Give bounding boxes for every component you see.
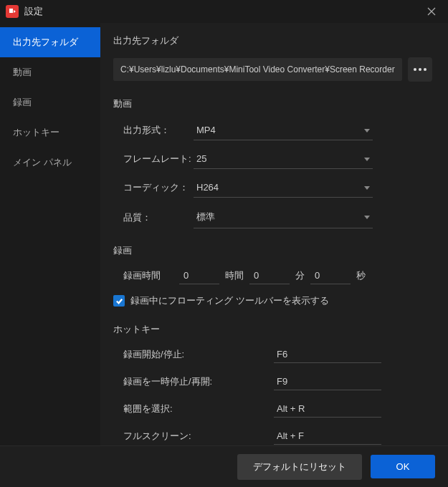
title-bar: 設定 [0, 0, 448, 23]
seconds-unit-label: 秒 [356, 269, 366, 282]
check-icon [115, 297, 123, 305]
output-format-label: 出力形式： [123, 124, 194, 137]
hotkey-pause-resume-field[interactable]: F9 [274, 373, 381, 390]
ellipsis-icon [414, 68, 426, 71]
show-floating-toolbar-label: 録画中にフローティング ツールバーを表示する [130, 294, 329, 307]
hotkey-select-region: 範囲を選択:Alt + R [113, 400, 432, 418]
quality-select[interactable]: 標準 [194, 206, 373, 228]
hotkey-list: 録画開始/停止:F6録画を一時停止/再開:F9範囲を選択:Alt + Rフルスク… [113, 346, 432, 445]
hotkey-pause-resume: 録画を一時停止/再開:F9 [113, 373, 432, 390]
hotkey-fullscreen: フルスクリーン:Alt + F [113, 428, 432, 445]
section-heading-output-folder: 出力先フォルダ [113, 34, 432, 47]
hotkey-start-stop-label: 録画開始/停止: [123, 348, 274, 361]
codec-label: コーディック： [123, 181, 194, 194]
sidebar-item-output-folder[interactable]: 出力先フォルダ [0, 27, 100, 57]
sidebar-item-recording[interactable]: 録画 [0, 87, 100, 117]
section-heading-video: 動画 [113, 97, 432, 110]
framerate-select[interactable]: 25 [194, 149, 373, 169]
sidebar: 出力先フォルダ動画録画ホットキーメイン パネル [0, 23, 100, 445]
record-hours-input[interactable] [179, 267, 219, 284]
hotkey-select-region-label: 範囲を選択: [123, 402, 274, 415]
ok-button[interactable]: OK [371, 455, 435, 478]
show-floating-toolbar-checkbox[interactable] [113, 295, 125, 307]
minutes-unit-label: 分 [295, 269, 305, 282]
sidebar-item-video[interactable]: 動画 [0, 57, 100, 87]
codec-select[interactable]: H264 [194, 178, 373, 198]
record-seconds-input[interactable] [310, 267, 351, 284]
quality-label: 品質： [123, 211, 194, 224]
window-title: 設定 [24, 5, 421, 18]
hotkey-start-stop-field[interactable]: F6 [274, 346, 381, 363]
hotkey-select-region-field[interactable]: Alt + R [274, 400, 381, 418]
output-format-select[interactable]: MP4 [194, 120, 373, 140]
hotkey-pause-resume-label: 録画を一時停止/再開: [123, 375, 274, 388]
section-output-folder: 出力先フォルダ [113, 34, 432, 82]
section-hotkey: ホットキー 録画開始/停止:F6録画を一時停止/再開:F9範囲を選択:Alt +… [113, 323, 432, 445]
content-pane: 出力先フォルダ 動画 出力形式： MP4 フレームレート: 25 [100, 23, 448, 445]
hours-unit-label: 時間 [225, 269, 244, 282]
hotkey-fullscreen-field[interactable]: Alt + F [274, 428, 381, 445]
sidebar-item-hotkey[interactable]: ホットキー [0, 117, 100, 148]
browse-folder-button[interactable] [408, 57, 432, 82]
app-logo-icon [6, 5, 19, 18]
footer: デフォルトにリセット OK [0, 445, 448, 487]
section-heading-recording: 録画 [113, 244, 432, 257]
section-video: 動画 出力形式： MP4 フレームレート: 25 コーディック： H264 品質… [113, 97, 432, 228]
hotkey-fullscreen-label: フルスクリーン: [123, 430, 274, 443]
window-body: 出力先フォルダ動画録画ホットキーメイン パネル 出力先フォルダ 動画 出力形式：… [0, 23, 448, 445]
framerate-label: フレームレート: [123, 153, 194, 165]
record-duration-label: 録画時間 [123, 269, 173, 282]
settings-window: 設定 出力先フォルダ動画録画ホットキーメイン パネル 出力先フォルダ 動画 出力… [0, 0, 448, 487]
output-path-input[interactable] [113, 58, 402, 81]
hotkey-start-stop: 録画開始/停止:F6 [113, 346, 432, 363]
sidebar-item-main-panel[interactable]: メイン パネル [0, 148, 100, 178]
section-heading-hotkey: ホットキー [113, 323, 432, 336]
record-minutes-input[interactable] [249, 267, 290, 284]
reset-defaults-button[interactable]: デフォルトにリセット [237, 454, 362, 480]
close-button[interactable] [421, 1, 442, 22]
section-recording: 録画 録画時間 時間 分 秒 録画中にフローティング ツールバーを表示する [113, 244, 432, 307]
